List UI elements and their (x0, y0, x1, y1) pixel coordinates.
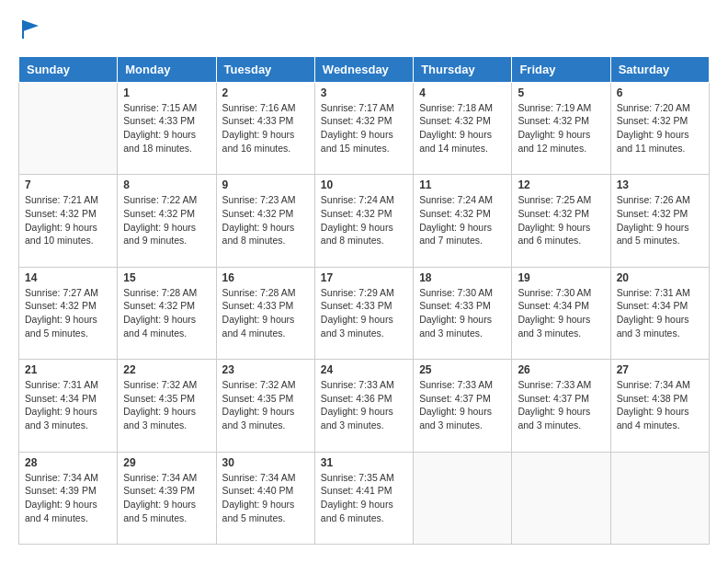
day-info: Sunrise: 7:32 AMSunset: 4:35 PMDaylight:… (222, 378, 309, 432)
day-number: 6 (617, 86, 703, 99)
calendar-week-4: 21Sunrise: 7:31 AMSunset: 4:34 PMDayligh… (19, 360, 710, 452)
calendar-cell: 9Sunrise: 7:23 AMSunset: 4:32 PMDaylight… (216, 175, 314, 267)
day-info: Sunrise: 7:32 AMSunset: 4:35 PMDaylight:… (123, 378, 210, 432)
weekday-header-sunday: Sunday (19, 56, 118, 82)
day-info: Sunrise: 7:19 AMSunset: 4:32 PMDaylight:… (518, 101, 604, 155)
day-info: Sunrise: 7:31 AMSunset: 4:34 PMDaylight:… (617, 286, 703, 340)
day-number: 3 (321, 86, 407, 99)
calendar-cell: 28Sunrise: 7:34 AMSunset: 4:39 PMDayligh… (19, 452, 118, 544)
calendar-cell: 25Sunrise: 7:33 AMSunset: 4:37 PMDayligh… (414, 360, 512, 452)
calendar-cell: 13Sunrise: 7:26 AMSunset: 4:32 PMDayligh… (610, 175, 709, 267)
calendar-cell: 1Sunrise: 7:15 AMSunset: 4:33 PMDaylight… (118, 82, 216, 174)
day-info: Sunrise: 7:33 AMSunset: 4:37 PMDaylight:… (419, 378, 506, 432)
calendar-cell: 21Sunrise: 7:31 AMSunset: 4:34 PMDayligh… (19, 360, 118, 452)
calendar-week-1: 1Sunrise: 7:15 AMSunset: 4:33 PMDaylight… (19, 82, 710, 174)
calendar-cell: 20Sunrise: 7:31 AMSunset: 4:34 PMDayligh… (610, 267, 709, 359)
day-number: 7 (25, 178, 111, 191)
weekday-header-monday: Monday (118, 56, 216, 82)
calendar-cell: 29Sunrise: 7:34 AMSunset: 4:39 PMDayligh… (118, 452, 216, 544)
day-number: 2 (222, 86, 309, 99)
day-info: Sunrise: 7:18 AMSunset: 4:32 PMDaylight:… (419, 101, 506, 155)
day-number: 27 (617, 363, 703, 376)
day-info: Sunrise: 7:29 AMSunset: 4:33 PMDaylight:… (321, 286, 407, 340)
calendar-cell: 19Sunrise: 7:30 AMSunset: 4:34 PMDayligh… (512, 267, 610, 359)
day-number: 12 (518, 178, 604, 191)
day-info: Sunrise: 7:33 AMSunset: 4:36 PMDaylight:… (321, 378, 407, 432)
weekday-header-tuesday: Tuesday (216, 56, 314, 82)
day-info: Sunrise: 7:27 AMSunset: 4:32 PMDaylight:… (25, 286, 111, 340)
calendar-week-2: 7Sunrise: 7:21 AMSunset: 4:32 PMDaylight… (19, 175, 710, 267)
day-number: 26 (518, 363, 604, 376)
calendar-cell: 27Sunrise: 7:34 AMSunset: 4:38 PMDayligh… (610, 360, 709, 452)
day-number: 1 (123, 86, 210, 99)
day-info: Sunrise: 7:15 AMSunset: 4:33 PMDaylight:… (123, 101, 210, 155)
weekday-header-saturday: Saturday (610, 56, 709, 82)
day-number: 28 (25, 456, 111, 469)
calendar-header-row: SundayMondayTuesdayWednesdayThursdayFrid… (19, 56, 710, 82)
calendar-cell (19, 82, 118, 174)
day-info: Sunrise: 7:34 AMSunset: 4:39 PMDaylight:… (123, 471, 210, 525)
day-info: Sunrise: 7:30 AMSunset: 4:34 PMDaylight:… (518, 286, 604, 340)
day-info: Sunrise: 7:22 AMSunset: 4:32 PMDaylight:… (123, 193, 210, 247)
day-number: 31 (321, 456, 407, 469)
day-number: 10 (321, 178, 407, 191)
day-info: Sunrise: 7:35 AMSunset: 4:41 PMDaylight:… (321, 471, 407, 525)
calendar-cell: 23Sunrise: 7:32 AMSunset: 4:35 PMDayligh… (216, 360, 314, 452)
day-number: 17 (321, 271, 407, 284)
calendar-cell: 15Sunrise: 7:28 AMSunset: 4:32 PMDayligh… (118, 267, 216, 359)
calendar-cell: 8Sunrise: 7:22 AMSunset: 4:32 PMDaylight… (118, 175, 216, 267)
day-number: 4 (419, 86, 506, 99)
calendar-cell: 30Sunrise: 7:34 AMSunset: 4:40 PMDayligh… (216, 452, 314, 544)
header (18, 18, 710, 45)
day-number: 8 (123, 178, 210, 191)
day-number: 22 (123, 363, 210, 376)
day-info: Sunrise: 7:31 AMSunset: 4:34 PMDaylight:… (25, 378, 111, 432)
calendar-cell: 6Sunrise: 7:20 AMSunset: 4:32 PMDaylight… (610, 82, 709, 174)
calendar-cell: 31Sunrise: 7:35 AMSunset: 4:41 PMDayligh… (314, 452, 413, 544)
day-info: Sunrise: 7:34 AMSunset: 4:38 PMDaylight:… (617, 378, 703, 432)
day-info: Sunrise: 7:21 AMSunset: 4:32 PMDaylight:… (25, 193, 111, 247)
calendar-cell: 24Sunrise: 7:33 AMSunset: 4:36 PMDayligh… (314, 360, 413, 452)
calendar-cell: 11Sunrise: 7:24 AMSunset: 4:32 PMDayligh… (414, 175, 512, 267)
day-number: 19 (518, 271, 604, 284)
svg-marker-0 (23, 20, 39, 31)
day-info: Sunrise: 7:24 AMSunset: 4:32 PMDaylight:… (419, 193, 506, 247)
calendar-cell: 26Sunrise: 7:33 AMSunset: 4:37 PMDayligh… (512, 360, 610, 452)
calendar-cell: 2Sunrise: 7:16 AMSunset: 4:33 PMDaylight… (216, 82, 314, 174)
page: SundayMondayTuesdayWednesdayThursdayFrid… (0, 0, 728, 563)
day-info: Sunrise: 7:33 AMSunset: 4:37 PMDaylight:… (518, 378, 604, 432)
day-info: Sunrise: 7:23 AMSunset: 4:32 PMDaylight:… (222, 193, 309, 247)
calendar-week-5: 28Sunrise: 7:34 AMSunset: 4:39 PMDayligh… (19, 452, 710, 544)
day-info: Sunrise: 7:28 AMSunset: 4:32 PMDaylight:… (123, 286, 210, 340)
day-number: 24 (321, 363, 407, 376)
calendar-cell: 5Sunrise: 7:19 AMSunset: 4:32 PMDaylight… (512, 82, 610, 174)
weekday-header-wednesday: Wednesday (314, 56, 413, 82)
calendar-cell: 10Sunrise: 7:24 AMSunset: 4:32 PMDayligh… (314, 175, 413, 267)
day-info: Sunrise: 7:20 AMSunset: 4:32 PMDaylight:… (617, 101, 703, 155)
calendar-cell: 22Sunrise: 7:32 AMSunset: 4:35 PMDayligh… (118, 360, 216, 452)
day-number: 11 (419, 178, 506, 191)
day-info: Sunrise: 7:34 AMSunset: 4:39 PMDaylight:… (25, 471, 111, 525)
calendar-cell (414, 452, 512, 544)
calendar-cell (610, 452, 709, 544)
day-info: Sunrise: 7:26 AMSunset: 4:32 PMDaylight:… (617, 193, 703, 247)
calendar-cell: 17Sunrise: 7:29 AMSunset: 4:33 PMDayligh… (314, 267, 413, 359)
day-number: 9 (222, 178, 309, 191)
weekday-header-friday: Friday (512, 56, 610, 82)
day-info: Sunrise: 7:28 AMSunset: 4:33 PMDaylight:… (222, 286, 309, 340)
calendar-cell (512, 452, 610, 544)
day-info: Sunrise: 7:24 AMSunset: 4:32 PMDaylight:… (321, 193, 407, 247)
day-number: 18 (419, 271, 506, 284)
calendar-table: SundayMondayTuesdayWednesdayThursdayFrid… (18, 56, 710, 545)
day-number: 13 (617, 178, 703, 191)
calendar-week-3: 14Sunrise: 7:27 AMSunset: 4:32 PMDayligh… (19, 267, 710, 359)
day-number: 20 (617, 271, 703, 284)
day-number: 16 (222, 271, 309, 284)
calendar-cell: 14Sunrise: 7:27 AMSunset: 4:32 PMDayligh… (19, 267, 118, 359)
calendar-cell: 3Sunrise: 7:17 AMSunset: 4:32 PMDaylight… (314, 82, 413, 174)
day-info: Sunrise: 7:17 AMSunset: 4:32 PMDaylight:… (321, 101, 407, 155)
logo-flag-icon (20, 18, 42, 40)
weekday-header-thursday: Thursday (414, 56, 512, 82)
calendar-cell: 16Sunrise: 7:28 AMSunset: 4:33 PMDayligh… (216, 267, 314, 359)
calendar-cell: 4Sunrise: 7:18 AMSunset: 4:32 PMDaylight… (414, 82, 512, 174)
